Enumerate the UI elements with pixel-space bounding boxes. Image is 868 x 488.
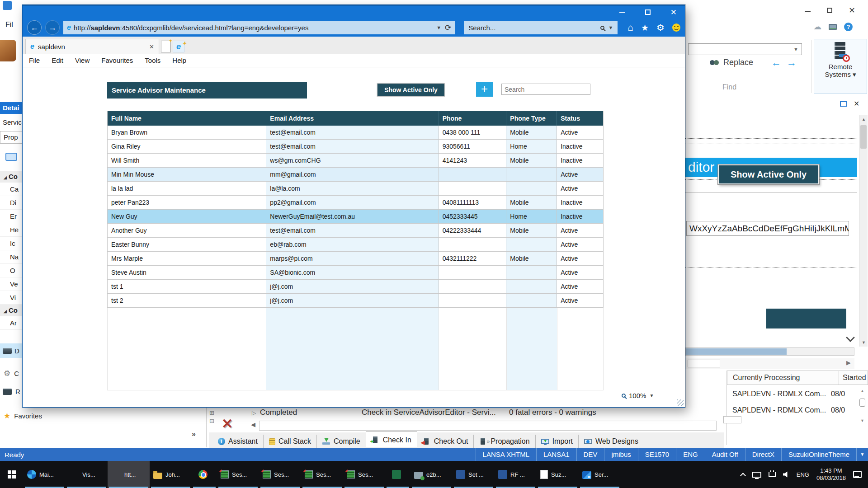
minimize-icon[interactable]	[805, 11, 811, 12]
menu-item[interactable]: Favourites	[101, 56, 133, 64]
scroll-up-icon[interactable]: ▲	[862, 117, 866, 122]
table-row[interactable]: Easter Bunny eb@rab.com Active	[108, 238, 603, 252]
table-row[interactable]: Gina Riley test@email.com 93056611 Home …	[108, 140, 603, 154]
table-row[interactable]: peter Pan223 pp2@gmail.com 04081111113 M…	[108, 196, 603, 210]
monitor-icon[interactable]	[829, 24, 837, 30]
window-resize-grip[interactable]	[677, 399, 684, 406]
delete-icon[interactable]: ✕	[222, 416, 233, 432]
ide-tool-row[interactable]: R	[3, 388, 20, 395]
scroll-left-icon[interactable]: ◀	[251, 421, 255, 428]
tree-item[interactable]: Ic	[0, 237, 22, 250]
status-segment[interactable]: LANSA1	[536, 448, 576, 461]
taskbar-app-button[interactable]: htt...	[108, 461, 150, 488]
address-dropdown-icon[interactable]: ▼	[436, 25, 441, 30]
browser-tab[interactable]: e sapldevn ✕	[25, 39, 159, 54]
status-segment[interactable]: LANSA XHTML	[476, 448, 536, 461]
tree-item[interactable]: Na	[0, 250, 22, 264]
table-row[interactable]: la la lad la@la.com Active	[108, 182, 603, 196]
menu-item[interactable]: Edit	[52, 56, 63, 64]
menu-item[interactable]: File	[29, 56, 40, 64]
scrollbar-thumb[interactable]	[860, 125, 867, 149]
ide-properties-tab[interactable]: Prop	[0, 131, 22, 144]
designer-text-field[interactable]: WxXyYzZaAbBcCdDeEfFgGhHiIjJkKlLmMnN	[686, 221, 849, 236]
expand-triangle-icon[interactable]: ▷	[252, 410, 256, 416]
taskbar-app-button[interactable]: Suz...	[537, 461, 579, 488]
taskbar-app-button[interactable]: Vis...	[66, 461, 108, 488]
table-row[interactable]: Mrs Marple marps@pi.com 0432111222 Mobil…	[108, 252, 603, 266]
status-segment[interactable]: DEV	[576, 448, 604, 461]
chevron-down-icon[interactable]	[846, 333, 855, 342]
status-segment[interactable]: ENG	[676, 448, 705, 461]
tree-group[interactable]: ◢Co	[0, 171, 22, 183]
table-row[interactable]: Another Guy test@email.com 04222333444 M…	[108, 224, 603, 238]
show-active-only-button[interactable]: Show Active Only	[377, 83, 445, 97]
expand-chevron-icon[interactable]: »	[192, 430, 196, 438]
table-row[interactable]: New Guy NewerGuyEmail@test.com.au 045233…	[108, 210, 603, 224]
tree-item[interactable]: Ar	[0, 316, 22, 330]
favorites-icon[interactable]: ★	[641, 23, 649, 33]
tray-chevron-up-icon[interactable]	[740, 473, 746, 479]
close-icon[interactable]: ✕	[849, 5, 855, 15]
table-row[interactable]: Will Smith ws@gm.comCHG 4141243 Mobile I…	[108, 154, 603, 168]
new-tab-icon[interactable]	[161, 41, 171, 52]
panel-mini-icon[interactable]: ⊞	[209, 409, 214, 416]
menu-item[interactable]: View	[75, 56, 90, 64]
browser-zoom-control[interactable]: 100% ▼	[622, 392, 654, 399]
page-search-input[interactable]	[501, 84, 590, 95]
status-segment[interactable]: jmibus	[604, 448, 637, 461]
scrollbar-thumb[interactable]	[686, 348, 787, 355]
taskbar-app-button[interactable]: Mai...	[24, 461, 66, 488]
table-row[interactable]: Steve Austin SA@bionic.com Active	[108, 266, 603, 280]
ide-file-menu[interactable]: Fil	[5, 21, 13, 29]
status-segment[interactable]: SuzukiOnlineTheme	[781, 448, 856, 461]
tree-group[interactable]: ◢Co	[0, 305, 22, 316]
taskbar-app-button[interactable]: RF ...	[495, 461, 537, 488]
ide-toolbar-icon[interactable]	[0, 40, 16, 61]
start-button[interactable]	[0, 461, 24, 488]
tray-speaker-icon[interactable]	[783, 471, 789, 478]
processing-row[interactable]: SAPLDEVN - RDMLX Com... 08/0	[727, 386, 868, 402]
tray-monitor-icon[interactable]	[752, 472, 761, 478]
tray-clock[interactable]: 1:43 PM 08/03/2018	[816, 467, 846, 482]
tray-language[interactable]: ENG	[797, 471, 809, 478]
table-row[interactable]: tst 1 j@j.com Active	[108, 280, 603, 294]
maximize-icon[interactable]	[645, 9, 651, 15]
taskbar-app-button[interactable]: Set ...	[453, 461, 495, 488]
home-icon[interactable]: ⌂	[627, 22, 633, 33]
tree-item[interactable]: He	[0, 223, 22, 237]
cloud-icon[interactable]: ☁	[813, 22, 821, 32]
build-horizontal-scrollbar[interactable]	[259, 421, 717, 431]
status-segment[interactable]: SE1570	[638, 448, 676, 461]
tree-item[interactable]: O	[0, 264, 22, 277]
find-previous-icon[interactable]: ←	[771, 57, 781, 69]
minimize-icon[interactable]	[619, 12, 625, 13]
action-center-icon[interactable]	[853, 471, 862, 478]
taskbar-app-button[interactable]: Ser...	[579, 461, 621, 488]
build-tab[interactable]: » Propagation	[473, 435, 535, 448]
build-tab[interactable]: Call Stack	[263, 435, 316, 448]
build-tab[interactable]: + Check In	[366, 432, 417, 447]
feedback-smiley-icon[interactable]	[672, 23, 680, 32]
build-tab[interactable]: ◀ Check Out	[417, 435, 474, 448]
scroll-down-icon[interactable]: ▼	[862, 340, 866, 345]
scroll-right-icon[interactable]: ▶	[846, 359, 851, 366]
taskbar-app-button[interactable]	[385, 461, 410, 488]
close-panel-icon[interactable]: ✕	[854, 99, 859, 108]
table-row[interactable]: Min Min Mouse mm@gmail.com Active	[108, 168, 603, 182]
tray-network-icon[interactable]	[769, 472, 776, 477]
float-window-icon[interactable]	[840, 101, 847, 107]
scroll-up-icon[interactable]: ▲	[860, 389, 864, 393]
table-row[interactable]: tst 2 j@j.com Active	[108, 294, 603, 308]
taskbar-app-button[interactable]: Ses...	[301, 461, 343, 488]
status-segment[interactable]: DirectX	[745, 448, 781, 461]
ide-favorites[interactable]: ★ Favorites	[4, 411, 42, 421]
scroll-down-icon[interactable]: ▼	[860, 418, 864, 423]
replace-button[interactable]: Replace	[710, 58, 753, 67]
tab-close-icon[interactable]: ✕	[149, 43, 154, 50]
status-dropdown-icon[interactable]: ▼	[856, 448, 868, 461]
address-bar[interactable]: e http://sapldevn:4580/dcxpgmlib/dev/ser…	[63, 21, 455, 34]
settings-icon[interactable]: ⚙	[656, 22, 665, 33]
taskbar-app-button[interactable]: Joh...	[150, 461, 192, 488]
forward-button[interactable]: →	[45, 20, 60, 35]
scrollbar-thumb[interactable]	[688, 360, 720, 367]
